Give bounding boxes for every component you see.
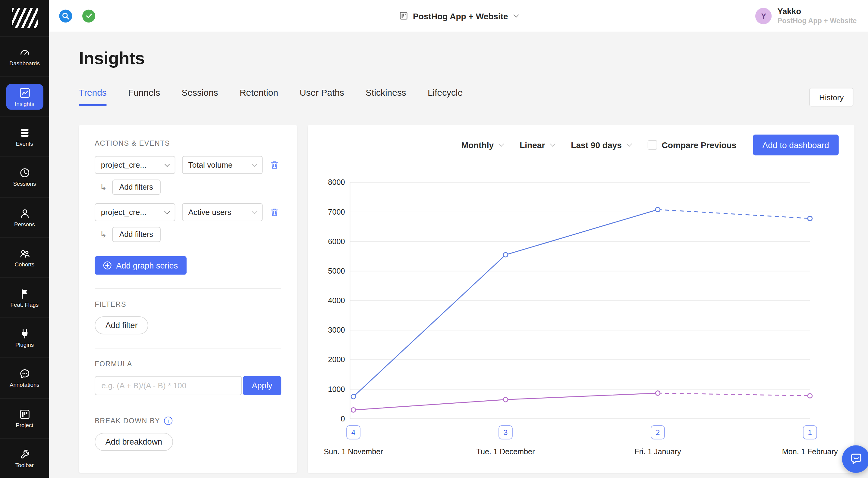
user-menu[interactable]: Y Yakko PostHog App + Website: [755, 6, 857, 25]
project-switcher-label: PostHog App + Website: [413, 11, 508, 21]
sidebar-item-label: Persons: [14, 221, 35, 228]
check-icon: [84, 11, 93, 20]
svg-text:Fri. 1 January: Fri. 1 January: [634, 447, 681, 456]
svg-text:2: 2: [656, 428, 660, 437]
sidebar-item-insights[interactable]: Insights: [0, 76, 49, 116]
math-select[interactable]: Active users: [182, 203, 262, 221]
series-row: project_cre... Active users: [95, 203, 281, 221]
insight-tabs: Trends Funnels Sessions Retention User P…: [79, 88, 463, 106]
flag-icon: [19, 288, 30, 299]
topbar: PostHog App + Website Y Yakko PostHog Ap…: [49, 0, 868, 32]
tab-stickiness[interactable]: Stickiness: [366, 88, 406, 106]
svg-text:2000: 2000: [328, 355, 345, 364]
sidebar-item-label: Toolbar: [16, 463, 34, 469]
svg-text:4: 4: [351, 428, 355, 437]
filters-row: ↳ Add filters: [100, 180, 281, 195]
query-panel: ACTIONS & EVENTS project_cre... Total vo…: [79, 125, 297, 473]
divider: [95, 348, 281, 348]
user-text: Yakko PostHog App + Website: [778, 6, 857, 25]
chat-fab-button[interactable]: [842, 445, 868, 473]
event-select-value: project_cre...: [101, 208, 147, 217]
apply-formula-button[interactable]: Apply: [243, 376, 281, 395]
formula-input[interactable]: [95, 376, 242, 395]
plug-icon: [19, 328, 30, 339]
sidebar-item-project[interactable]: Project: [0, 398, 49, 438]
nested-arrow-icon: ↳: [100, 230, 107, 239]
add-graph-series-label: Add graph series: [116, 261, 178, 270]
tab-user-paths[interactable]: User Paths: [300, 88, 344, 106]
app-window: Dashboards Insights Events: [0, 0, 868, 478]
svg-text:8000: 8000: [328, 178, 345, 186]
svg-text:0: 0: [341, 414, 345, 423]
trend-line-chart: 0100020003000400050006000700080004Sun. 1…: [308, 125, 855, 473]
tab-funnels[interactable]: Funnels: [128, 88, 160, 106]
project-icon: [19, 408, 30, 420]
event-select-value: project_cre...: [101, 161, 147, 169]
project-icon: [399, 11, 408, 20]
sidebar-item-toolbar[interactable]: Toolbar: [0, 438, 49, 478]
dashboards-icon: [19, 47, 30, 58]
tab-sessions[interactable]: Sessions: [181, 88, 218, 106]
tab-retention[interactable]: Retention: [240, 88, 278, 106]
svg-text:1000: 1000: [328, 385, 345, 394]
svg-text:4000: 4000: [328, 296, 345, 305]
posthog-logo-icon[interactable]: [0, 0, 49, 36]
math-select-value: Total volume: [188, 161, 233, 169]
series-row: project_cre... Total volume: [95, 156, 281, 174]
trash-icon: [270, 160, 280, 170]
math-select[interactable]: Total volume: [182, 156, 262, 174]
search-icon: [61, 11, 70, 21]
trash-icon: [270, 207, 280, 217]
event-select[interactable]: project_cre...: [95, 156, 175, 174]
speech-bubble-icon: [19, 369, 30, 380]
project-switcher[interactable]: PostHog App + Website: [399, 11, 518, 21]
sidebar-item-feature-flags[interactable]: Feat. Flags: [0, 277, 49, 317]
content-area: ACTIONS & EVENTS project_cre... Total vo…: [79, 125, 855, 473]
status-ok-button[interactable]: [82, 9, 95, 22]
add-breakdown-button[interactable]: Add breakdown: [95, 433, 173, 451]
page-title: Insights: [79, 48, 145, 69]
filters-heading: FILTERS: [95, 301, 281, 309]
add-filter-button[interactable]: Add filter: [95, 316, 148, 334]
svg-text:3: 3: [504, 428, 508, 437]
add-filters-button[interactable]: Add filters: [112, 180, 160, 195]
svg-text:5000: 5000: [328, 267, 345, 275]
insights-icon: [19, 87, 30, 98]
user-name: Yakko: [778, 6, 857, 16]
tab-trends[interactable]: Trends: [79, 88, 107, 106]
sidebar-item-label: Annotations: [10, 382, 39, 388]
search-button[interactable]: [59, 9, 72, 22]
tabs-row: Trends Funnels Sessions Retention User P…: [79, 88, 854, 107]
sidebar-item-persons[interactable]: Persons: [0, 197, 49, 237]
sidebar-item-cohorts[interactable]: Cohorts: [0, 237, 49, 277]
sidebar-item-sessions[interactable]: Sessions: [0, 157, 49, 197]
delete-series-button[interactable]: [270, 207, 280, 217]
add-filters-button[interactable]: Add filters: [112, 227, 160, 242]
delete-series-button[interactable]: [270, 160, 280, 170]
user-organization: PostHog App + Website: [778, 16, 857, 25]
events-icon: [19, 127, 30, 138]
tab-lifecycle[interactable]: Lifecycle: [428, 88, 463, 106]
math-select-value: Active users: [188, 208, 231, 217]
chevron-down-icon: [164, 208, 170, 214]
event-select[interactable]: project_cre...: [95, 203, 175, 221]
sidebar-item-dashboards[interactable]: Dashboards: [0, 36, 49, 76]
history-button[interactable]: History: [809, 88, 853, 107]
sidebar-item-label: Cohorts: [15, 261, 34, 268]
add-graph-series-button[interactable]: Add graph series: [95, 256, 186, 275]
breakdown-heading-label: BREAK DOWN BY: [95, 417, 160, 425]
sidebar-nav: Dashboards Insights Events: [0, 36, 49, 478]
sidebar-item-events[interactable]: Events: [0, 116, 49, 157]
formula-heading: FORMULA: [95, 360, 281, 368]
avatar: Y: [755, 7, 772, 24]
svg-text:3000: 3000: [328, 326, 345, 334]
svg-text:1: 1: [808, 428, 812, 437]
chart-panel: Monthly Linear Last 90 days Compare Prev…: [308, 125, 855, 473]
tool-icon: [19, 449, 30, 460]
chevron-down-icon: [164, 161, 170, 167]
info-icon[interactable]: i: [164, 417, 173, 425]
sidebar-item-label: Feat. Flags: [10, 302, 39, 308]
actions-events-heading: ACTIONS & EVENTS: [95, 140, 281, 147]
sidebar-item-plugins[interactable]: Plugins: [0, 317, 49, 357]
sidebar-item-annotations[interactable]: Annotations: [0, 357, 49, 398]
